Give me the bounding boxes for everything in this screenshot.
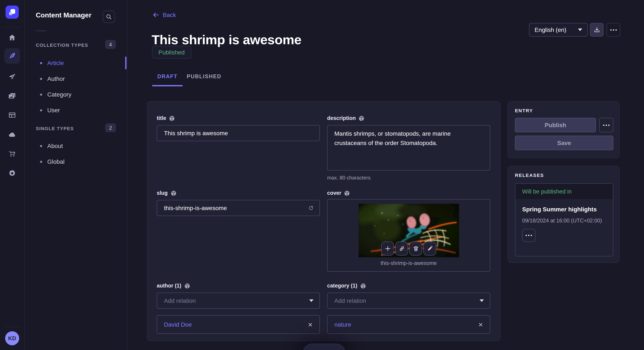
category-relation-select[interactable]: Add relation <box>327 293 490 309</box>
sidebar-cloud-button[interactable] <box>4 127 20 143</box>
plus-icon <box>384 245 391 252</box>
arrow-left-icon <box>152 11 159 18</box>
author-relation-link[interactable]: David Doe <box>164 321 192 328</box>
strapi-logo-icon <box>8 8 16 16</box>
nav-item-label: Global <box>47 158 64 165</box>
close-icon <box>478 322 483 327</box>
ellipsis-icon <box>610 29 616 30</box>
entry-more-button[interactable] <box>599 118 613 132</box>
entry-heading: ENTRY <box>515 108 533 113</box>
sidebar-item-article[interactable]: Article <box>36 58 121 68</box>
sidebar-item-category[interactable]: Category <box>36 89 121 100</box>
sidebar-media-library-button[interactable] <box>4 88 20 104</box>
field-label-text: description <box>327 115 356 121</box>
bullet-icon <box>40 78 42 80</box>
search-button[interactable] <box>103 11 115 23</box>
sidebar-item-global[interactable]: Global <box>36 157 121 167</box>
sidebar-settings-button[interactable] <box>4 166 20 181</box>
description-field-label: description <box>327 115 364 121</box>
edit-form-card: title description Mantis shrimps, or sto… <box>147 101 500 341</box>
trash-icon <box>412 245 419 252</box>
copy-link-button[interactable] <box>395 242 408 256</box>
icon-rail: KD <box>0 0 25 350</box>
author-field-label: author (1) <box>157 283 190 289</box>
rail-bottom-divider <box>4 327 20 327</box>
collection-types-heading: COLLECTION TYPES <box>36 42 88 48</box>
slug-field-label: slug <box>157 190 176 196</box>
globe-icon <box>184 283 190 289</box>
download-icon <box>594 26 600 33</box>
field-label-text: author (1) <box>157 283 181 289</box>
more-actions-button[interactable] <box>606 23 620 37</box>
locale-value: English (en) <box>534 26 566 33</box>
globe-icon <box>170 190 176 196</box>
title-input[interactable] <box>157 125 320 141</box>
field-label-text: category (1) <box>327 283 357 289</box>
sidebar-content-manager-button[interactable] <box>4 48 20 64</box>
remove-category-relation-button[interactable] <box>478 321 484 328</box>
subnav-title: Content Manager <box>36 11 91 19</box>
strapi-logo[interactable] <box>6 5 19 19</box>
edit-media-button[interactable] <box>423 242 436 256</box>
collection-types-count-badge: 4 <box>105 40 116 49</box>
globe-icon <box>359 116 364 121</box>
field-label-text: slug <box>157 190 168 196</box>
floating-actions-pill[interactable] <box>303 344 346 350</box>
slug-input[interactable] <box>157 200 320 216</box>
publish-button[interactable]: Publish <box>515 118 596 132</box>
sidebar-item-author[interactable]: Author <box>36 74 121 84</box>
release-status-text: Will be published in <box>522 188 572 194</box>
save-button[interactable]: Save <box>515 136 613 150</box>
remove-author-relation-button[interactable] <box>307 321 314 328</box>
content-manager-subnav: Content Manager COLLECTION TYPES 4 Artic… <box>25 0 127 350</box>
rail-divider <box>4 27 20 27</box>
field-label-text: cover <box>327 190 342 196</box>
bullet-icon <box>40 93 42 95</box>
sidebar-home-button[interactable] <box>4 30 20 45</box>
cart-icon <box>8 150 16 158</box>
description-textarea[interactable]: Mantis shrimps, or stomatopods, are mari… <box>327 125 490 171</box>
media-library-icon <box>8 92 16 100</box>
back-label: Back <box>163 11 176 18</box>
back-link[interactable]: Back <box>152 11 176 18</box>
entry-panel: ENTRY Publish Save <box>508 101 620 158</box>
export-button[interactable] <box>590 23 604 37</box>
category-field-label: category (1) <box>327 283 366 289</box>
globe-icon <box>169 116 175 121</box>
author-relation-select[interactable]: Add relation <box>157 293 320 309</box>
nav-item-label: Author <box>47 75 65 82</box>
locale-select[interactable]: English (en) <box>529 23 588 37</box>
avatar[interactable]: KD <box>5 331 19 345</box>
sidebar-marketplace-button[interactable] <box>4 146 20 162</box>
slug-field <box>157 200 320 216</box>
delete-media-button[interactable] <box>409 242 422 256</box>
tab-published[interactable]: PUBLISHED <box>183 72 225 81</box>
field-label-text: title <box>157 115 166 121</box>
link-icon <box>398 245 405 252</box>
sidebar-content-type-builder-button[interactable] <box>4 107 20 123</box>
sidebar-item-about[interactable]: About <box>36 141 121 151</box>
sidebar-deploy-button[interactable] <box>4 69 20 85</box>
nav-item-label: Article <box>47 59 64 66</box>
sidebar-item-user[interactable]: User <box>36 105 121 115</box>
releases-panel: RELEASES Will be published in Spring Sum… <box>508 166 620 263</box>
bullet-icon <box>40 109 42 111</box>
nav-item-label: About <box>47 143 63 149</box>
regenerate-slug-button[interactable] <box>306 203 316 213</box>
globe-icon <box>360 283 366 289</box>
release-date: 09/18/2024 at 16:00 (UTC+02:00) <box>522 218 602 224</box>
add-media-button[interactable] <box>381 242 394 256</box>
feather-icon <box>8 52 16 60</box>
tab-draft[interactable]: DRAFT <box>152 72 183 81</box>
ellipsis-icon <box>603 124 610 126</box>
globe-icon <box>344 190 350 196</box>
chevron-down-icon <box>578 28 582 31</box>
cover-field-label: cover <box>327 190 350 196</box>
single-types-count-badge: 2 <box>105 123 116 132</box>
release-more-button[interactable] <box>522 229 536 242</box>
paper-plane-icon <box>8 73 16 81</box>
active-item-indicator <box>125 57 126 69</box>
layout-icon <box>8 111 16 119</box>
category-relation-link[interactable]: nature <box>334 321 351 328</box>
nav-item-label: Category <box>47 91 72 98</box>
